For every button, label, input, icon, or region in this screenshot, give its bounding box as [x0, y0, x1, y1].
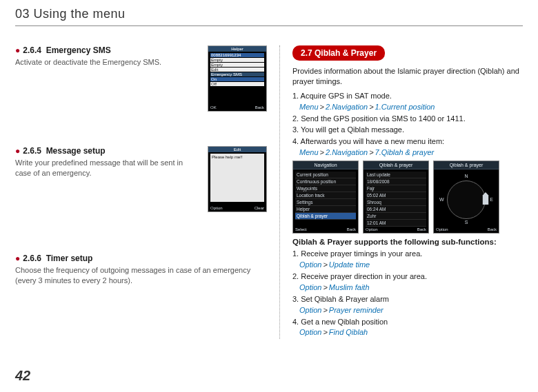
- softkey-right: Back: [347, 227, 356, 231]
- path-segment: 2.Navigation: [326, 103, 368, 111]
- path-segment: 2.Navigation: [326, 148, 368, 156]
- thumb-title: Helper: [208, 46, 266, 52]
- softkey-left: Option: [436, 227, 448, 231]
- softkey-left: Option: [366, 227, 378, 231]
- thumb-row: 18/08/2008: [366, 178, 426, 185]
- menu-path: Option>Find Qiblah: [299, 328, 523, 336]
- thumb-row: Fajr: [366, 185, 426, 192]
- path-segment: 1.Current position: [375, 103, 435, 111]
- softkey-left: Option: [210, 206, 223, 210]
- list-item: 1. Receive prayer timings in your area.: [292, 249, 523, 259]
- path-segment: Muslim faith: [329, 283, 370, 291]
- thumb-title: Edit: [208, 147, 266, 152]
- thumb-row: 12:01 AM: [366, 220, 426, 227]
- list-item: 2. Receive prayer direction in your area…: [292, 271, 523, 282]
- list-item: 4. Get a new Qiblah position: [292, 317, 523, 327]
- compass: NSWE: [441, 176, 492, 222]
- list-item: 2. Send the GPS position via SMS to 1400…: [292, 114, 523, 124]
- phone-screenshot: Qiblah & prayerLast update 18/08/2008Faj…: [363, 161, 429, 234]
- path-segment: Menu: [299, 148, 319, 156]
- thumb-row: Last update: [366, 172, 426, 178]
- thumb-row: Helper: [295, 206, 356, 213]
- section-banner: 2.7 Qiblah & Prayer: [292, 45, 385, 61]
- softkey-left: OK: [210, 105, 217, 110]
- thumb-row: Zuhr: [366, 213, 426, 220]
- softkey-right: Back: [488, 227, 497, 231]
- menu-path: Menu>2.Navigation>7.Qiblah & prayer: [299, 148, 523, 156]
- section-number: 2.6.5: [23, 146, 41, 156]
- section-body: Choose the frequency of outgoing message…: [15, 265, 267, 286]
- bullet-icon: ●: [15, 147, 20, 155]
- path-segment: Option: [299, 260, 321, 269]
- thumb-row: Location track: [295, 192, 356, 199]
- thumb-row: Current position: [295, 172, 356, 178]
- section-number: 2.6.6: [23, 254, 41, 263]
- list-item: 3. Set Qiblah & Prayer alarm: [292, 294, 523, 305]
- thumb-row: 05:02 AM: [366, 192, 426, 199]
- thumb-title: Navigation: [293, 161, 358, 169]
- softkey-left: Select: [295, 227, 307, 231]
- chapter-title: 03 Using the menu: [15, 7, 523, 21]
- thumb-row: Settings: [295, 199, 356, 206]
- thumb-title: Qiblah & prayer: [363, 161, 428, 169]
- divider: [15, 25, 523, 26]
- softkey-right: Back: [417, 227, 426, 231]
- path-segment: Option: [299, 283, 321, 291]
- list-item: 1. Acquire GPS in SAT mode.: [292, 91, 523, 101]
- thumb-row: Continuous position: [295, 178, 356, 185]
- menu-path: Option>Muslim faith: [299, 283, 523, 291]
- thumb-row: 0088216991234: [210, 53, 264, 57]
- thumb-row: 06:24 AM: [366, 206, 426, 213]
- thumb-row: Empty: [210, 58, 264, 62]
- thumb-text: Please help me!!: [210, 154, 264, 202]
- phone-screenshot: Qiblah & prayerNSWEOptionBack: [433, 161, 499, 234]
- path-segment: Find Qiblah: [329, 328, 368, 336]
- section-title: Timer setup: [46, 254, 93, 263]
- thumb-row: Waypoints: [295, 185, 356, 192]
- thumb-row: Qiblah & prayer: [295, 213, 356, 220]
- path-segment: Option: [299, 306, 321, 314]
- section-body: Activate or deactivate the Emergency SMS…: [15, 57, 191, 68]
- section-number: 2.6.4: [23, 45, 41, 55]
- phone-screenshot: Edit Please help me!! OptionClear: [208, 146, 267, 212]
- thumb-row: Emergency SMS: [210, 72, 264, 76]
- subheading: Qiblah & Prayer supports the following s…: [292, 238, 523, 246]
- intro-paragraph: Provides information about the Islamic p…: [292, 66, 523, 87]
- thumb-row: Shrooq: [366, 199, 426, 206]
- menu-path: Option>Prayer reminder: [299, 306, 523, 314]
- phone-screenshot: Helper 0088216991234 Empty Empty Edit Em…: [208, 45, 267, 112]
- page-number: 42: [15, 368, 30, 384]
- menu-path: Option>Update time: [299, 260, 523, 269]
- softkey-right: Back: [255, 105, 264, 110]
- path-segment: Option: [299, 328, 321, 336]
- section-title: Message setup: [46, 146, 106, 156]
- phone-screenshot: NavigationCurrent positionContinuous pos…: [292, 161, 359, 234]
- mosque-icon: [481, 192, 490, 205]
- list-item: 4. Afterwards you will have a new menu i…: [292, 136, 523, 147]
- path-segment: Menu: [299, 103, 319, 111]
- path-segment: Prayer reminder: [329, 306, 383, 314]
- path-segment: Update time: [329, 260, 370, 269]
- path-segment: 7.Qiblah & prayer: [375, 148, 435, 156]
- bullet-icon: ●: [15, 254, 20, 262]
- thumb-row: Off: [210, 82, 264, 86]
- bullet-icon: ●: [15, 46, 20, 54]
- menu-path: Menu>2.Navigation>1.Current position: [299, 103, 523, 111]
- thumb-row: Edit: [210, 68, 264, 72]
- thumb-row: Empty: [210, 63, 264, 67]
- thumb-row: On: [210, 77, 264, 81]
- section-heading: ● 2.6.6 Timer setup: [15, 254, 267, 263]
- softkey-right: Clear: [255, 206, 264, 210]
- thumb-title: Qiblah & prayer: [434, 161, 499, 169]
- section-body: Write your predefined message that will …: [15, 158, 191, 178]
- section-title: Emergency SMS: [46, 45, 111, 55]
- list-item: 3. You will get a Qiblah message.: [292, 125, 523, 135]
